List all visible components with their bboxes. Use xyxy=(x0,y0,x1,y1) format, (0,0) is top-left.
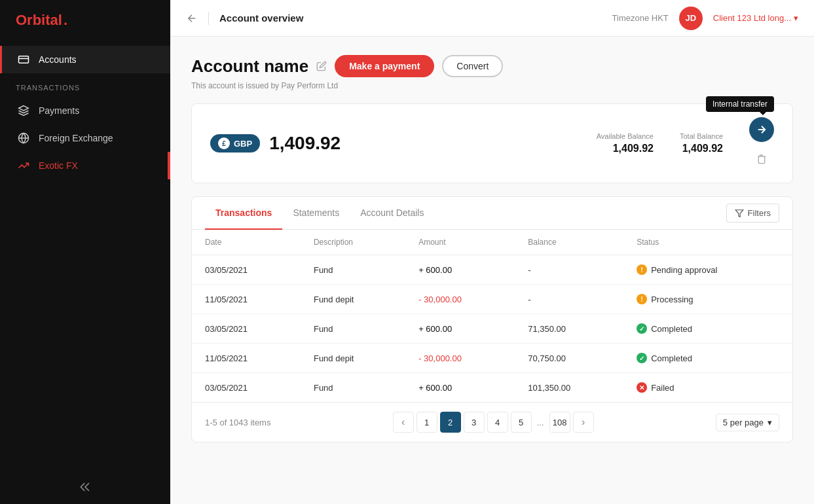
issued-by-text: This account is issued by Pay Perform Lt… xyxy=(191,81,793,90)
status-label: Processing xyxy=(651,295,693,304)
table-head: Date Description Amount Balance Status xyxy=(192,230,792,255)
sidebar-item-foreign-exchange[interactable]: Foreign Exchange xyxy=(0,124,170,152)
currency-badge: £ GBP xyxy=(210,134,260,153)
table-row: 11/05/2021 Fund depit - 30,000.00 70,750… xyxy=(192,344,792,373)
header-left: Account overview xyxy=(186,12,303,25)
prev-page-button[interactable]: ‹ xyxy=(393,412,414,433)
sidebar-item-forex-label: Foreign Exchange xyxy=(39,133,113,143)
per-page-chevron-icon: ▾ xyxy=(768,418,772,427)
status-label: Completed xyxy=(651,324,692,334)
internal-transfer-button[interactable] xyxy=(749,117,774,142)
header-divider xyxy=(208,12,209,25)
available-balance-stat: Available Balance 1,409.92 xyxy=(597,132,654,154)
tabs-bar: Transactions Statements Account Details … xyxy=(192,197,792,230)
delete-button[interactable] xyxy=(751,149,772,170)
pagination: 1-5 of 1043 items ‹ 1 2 3 4 5 ... 108 › … xyxy=(192,402,792,442)
cell-description: Fund xyxy=(301,255,405,285)
cell-balance: - xyxy=(515,255,623,285)
filters-button[interactable]: Filters xyxy=(726,204,779,223)
edit-icon[interactable] xyxy=(316,61,327,71)
logo-dot: . xyxy=(64,12,67,29)
cell-amount: + 600.00 xyxy=(405,255,515,285)
cell-description: Fund xyxy=(301,314,405,344)
page-last-button[interactable]: 108 xyxy=(549,412,570,433)
header: Account overview Timezone HKT JD Client … xyxy=(170,0,814,37)
svg-marker-2 xyxy=(735,209,743,217)
sidebar-item-payments-label: Payments xyxy=(39,105,79,116)
payments-icon xyxy=(18,105,29,117)
svg-rect-0 xyxy=(19,56,29,63)
available-balance-value: 1,409.92 xyxy=(597,143,654,154)
status-dot-icon: ! xyxy=(637,264,647,275)
status-badge: ! Processing xyxy=(637,294,779,304)
internal-transfer-tooltip: Internal transfer xyxy=(706,96,774,112)
back-button[interactable] xyxy=(186,12,198,24)
status-badge: ✓ Completed xyxy=(637,323,779,334)
col-description: Description xyxy=(301,230,405,255)
sidebar-item-payments[interactable]: Payments xyxy=(0,97,170,124)
table-row: 03/05/2021 Fund + 600.00 101,350.00 ✕ Fa… xyxy=(192,373,792,403)
balance-amount: 1,409.92 xyxy=(269,133,341,154)
status-label: Pending approval xyxy=(651,265,717,275)
exotic-fx-icon xyxy=(18,160,29,171)
content-area: Account name Make a payment Convert This… xyxy=(170,37,814,461)
convert-button[interactable]: Convert xyxy=(442,55,503,77)
status-badge: ! Pending approval xyxy=(637,264,779,275)
table-row: 03/05/2021 Fund + 600.00 71,350.00 ✓ Com… xyxy=(192,314,792,344)
tab-statements[interactable]: Statements xyxy=(282,197,350,230)
sidebar-collapse-btn[interactable] xyxy=(0,470,170,504)
cell-date: 03/05/2021 xyxy=(192,314,301,344)
account-name: Account name xyxy=(191,56,308,77)
cell-balance: - xyxy=(515,285,623,314)
status-badge: ✕ Failed xyxy=(637,382,779,393)
cell-amount: + 600.00 xyxy=(405,314,515,344)
balance-right: Available Balance 1,409.92 Total Balance… xyxy=(597,117,774,170)
total-balance-stat: Total Balance 1,409.92 xyxy=(680,132,723,154)
table-row: 03/05/2021 Fund + 600.00 - ! Pending app… xyxy=(192,255,792,285)
col-date: Date xyxy=(192,230,301,255)
status-label: Failed xyxy=(651,383,674,393)
cell-status: ✓ Completed xyxy=(623,314,792,344)
pagination-info: 1-5 of 1043 items xyxy=(205,418,270,427)
table-row: 11/05/2021 Fund depit - 30,000.00 - ! Pr… xyxy=(192,285,792,314)
table-body: 03/05/2021 Fund + 600.00 - ! Pending app… xyxy=(192,255,792,403)
cell-balance: 71,350.00 xyxy=(515,314,623,344)
cell-balance: 101,350.00 xyxy=(515,373,623,403)
tab-list: Transactions Statements Account Details xyxy=(205,197,434,229)
accounts-icon xyxy=(18,54,29,65)
timezone-label: Timezone HKT xyxy=(612,13,669,23)
sidebar-nav: Accounts TRANSACTIONS Payments Foreign E… xyxy=(0,41,170,470)
app-logo: Orbital. xyxy=(0,0,170,41)
sidebar-item-exotic-fx[interactable]: Exotic FX xyxy=(0,152,170,179)
page-5-button[interactable]: 5 xyxy=(511,412,532,433)
cell-description: Fund depit xyxy=(301,344,405,373)
client-name[interactable]: Client 123 Ltd long... ▾ xyxy=(713,13,798,23)
make-payment-button[interactable]: Make a payment xyxy=(335,55,434,77)
next-page-button[interactable]: › xyxy=(573,412,594,433)
available-balance-label: Available Balance xyxy=(597,132,654,140)
balance-card: £ GBP 1,409.92 Available Balance 1,409.9… xyxy=(191,103,793,183)
avatar: JD xyxy=(679,7,703,30)
cell-status: ! Processing xyxy=(623,285,792,314)
col-status: Status xyxy=(623,230,792,255)
tab-account-details[interactable]: Account Details xyxy=(350,197,434,230)
cell-status: ✕ Failed xyxy=(623,373,792,403)
filters-label: Filters xyxy=(748,208,771,218)
per-page-select[interactable]: 5 per page ▾ xyxy=(716,414,779,431)
col-balance: Balance xyxy=(515,230,623,255)
logo-text: Orbital xyxy=(16,12,62,29)
page-4-button[interactable]: 4 xyxy=(487,412,508,433)
tab-transactions[interactable]: Transactions xyxy=(205,197,282,230)
page-title: Account overview xyxy=(219,12,303,24)
cell-date: 11/05/2021 xyxy=(192,344,301,373)
page-3-button[interactable]: 3 xyxy=(464,412,485,433)
status-dot-icon: ✓ xyxy=(637,353,647,363)
client-name-text: Client 123 Ltd long... xyxy=(713,13,791,23)
gbp-icon: £ xyxy=(218,137,230,149)
cell-date: 03/05/2021 xyxy=(192,255,301,285)
page-2-button[interactable]: 2 xyxy=(440,412,461,433)
cell-status: ✓ Completed xyxy=(623,344,792,373)
forex-icon xyxy=(18,132,29,144)
page-1-button[interactable]: 1 xyxy=(416,412,437,433)
sidebar-item-accounts[interactable]: Accounts xyxy=(0,46,170,73)
